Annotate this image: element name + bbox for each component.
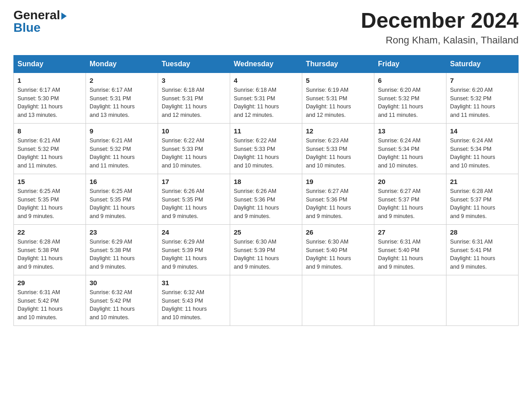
calendar-cell [374, 275, 446, 325]
day-info: Sunrise: 6:32 AMSunset: 5:42 PMDaylight:… [90, 288, 154, 322]
logo-general: General [13, 9, 67, 21]
calendar-cell: 30Sunrise: 6:32 AMSunset: 5:42 PMDayligh… [86, 275, 158, 325]
logo: General [13, 9, 67, 21]
calendar-cell: 2Sunrise: 6:17 AMSunset: 5:31 PMDaylight… [86, 73, 158, 123]
day-info: Sunrise: 6:25 AMSunset: 5:35 PMDaylight:… [90, 187, 154, 221]
day-info: Sunrise: 6:27 AMSunset: 5:36 PMDaylight:… [306, 187, 370, 221]
day-info: Sunrise: 6:29 AMSunset: 5:39 PMDaylight:… [162, 238, 226, 271]
day-number: 29 [17, 279, 82, 287]
calendar-cell: 10Sunrise: 6:22 AMSunset: 5:33 PMDayligh… [158, 123, 230, 174]
day-number: 19 [306, 178, 370, 185]
header-tuesday: Tuesday [158, 55, 230, 73]
calendar-cell: 27Sunrise: 6:31 AMSunset: 5:40 PMDayligh… [374, 224, 446, 275]
day-number: 31 [162, 279, 226, 287]
day-number: 7 [450, 77, 515, 84]
day-number: 25 [234, 228, 298, 236]
day-info: Sunrise: 6:32 AMSunset: 5:43 PMDaylight:… [162, 288, 226, 322]
day-number: 20 [378, 178, 442, 185]
calendar-cell: 29Sunrise: 6:31 AMSunset: 5:42 PMDayligh… [14, 275, 86, 325]
day-info: Sunrise: 6:27 AMSunset: 5:37 PMDaylight:… [378, 187, 442, 221]
header-thursday: Thursday [302, 55, 374, 73]
day-number: 28 [450, 228, 515, 236]
week-row-1: 1Sunrise: 6:17 AMSunset: 5:30 PMDaylight… [14, 73, 519, 123]
week-row-4: 22Sunrise: 6:28 AMSunset: 5:38 PMDayligh… [14, 224, 519, 275]
calendar-cell: 4Sunrise: 6:18 AMSunset: 5:31 PMDaylight… [230, 73, 302, 123]
day-info: Sunrise: 6:31 AMSunset: 5:40 PMDaylight:… [378, 238, 442, 271]
week-row-5: 29Sunrise: 6:31 AMSunset: 5:42 PMDayligh… [14, 275, 519, 325]
day-number: 12 [306, 127, 370, 135]
logo-blue: Blue [13, 21, 41, 34]
calendar-table: SundayMondayTuesdayWednesdayThursdayFrid… [13, 55, 519, 326]
day-number: 9 [90, 127, 154, 135]
day-info: Sunrise: 6:31 AMSunset: 5:41 PMDaylight:… [450, 238, 515, 271]
page-header: General Blue December 2024 Rong Kham, Ka… [13, 9, 519, 46]
header-wednesday: Wednesday [230, 55, 302, 73]
day-number: 18 [234, 178, 298, 185]
day-number: 15 [17, 178, 82, 185]
header-row: SundayMondayTuesdayWednesdayThursdayFrid… [14, 55, 519, 73]
calendar-cell: 24Sunrise: 6:29 AMSunset: 5:39 PMDayligh… [158, 224, 230, 275]
calendar-cell [230, 275, 302, 325]
day-info: Sunrise: 6:20 AMSunset: 5:32 PMDaylight:… [378, 86, 442, 120]
calendar-cell: 21Sunrise: 6:28 AMSunset: 5:37 PMDayligh… [446, 174, 519, 224]
calendar-header: SundayMondayTuesdayWednesdayThursdayFrid… [14, 55, 519, 73]
location-subtitle: Rong Kham, Kalasin, Thailand [361, 34, 519, 46]
calendar-cell: 12Sunrise: 6:23 AMSunset: 5:33 PMDayligh… [302, 123, 374, 174]
day-info: Sunrise: 6:26 AMSunset: 5:36 PMDaylight:… [234, 187, 298, 221]
calendar-cell: 22Sunrise: 6:28 AMSunset: 5:38 PMDayligh… [14, 224, 86, 275]
calendar-cell: 14Sunrise: 6:24 AMSunset: 5:34 PMDayligh… [446, 123, 519, 174]
day-number: 24 [162, 228, 226, 236]
week-row-3: 15Sunrise: 6:25 AMSunset: 5:35 PMDayligh… [14, 174, 519, 224]
week-row-2: 8Sunrise: 6:21 AMSunset: 5:32 PMDaylight… [14, 123, 519, 174]
day-info: Sunrise: 6:17 AMSunset: 5:30 PMDaylight:… [17, 86, 82, 120]
title-area: December 2024 Rong Kham, Kalasin, Thaila… [361, 9, 519, 46]
day-info: Sunrise: 6:19 AMSunset: 5:31 PMDaylight:… [306, 86, 370, 120]
day-info: Sunrise: 6:22 AMSunset: 5:33 PMDaylight:… [162, 137, 226, 170]
calendar-cell: 19Sunrise: 6:27 AMSunset: 5:36 PMDayligh… [302, 174, 374, 224]
calendar-cell: 31Sunrise: 6:32 AMSunset: 5:43 PMDayligh… [158, 275, 230, 325]
day-info: Sunrise: 6:24 AMSunset: 5:34 PMDaylight:… [378, 137, 442, 170]
day-number: 3 [162, 77, 226, 84]
day-info: Sunrise: 6:17 AMSunset: 5:31 PMDaylight:… [90, 86, 154, 120]
day-number: 4 [234, 77, 298, 84]
month-year-title: December 2024 [361, 9, 519, 33]
calendar-cell: 11Sunrise: 6:22 AMSunset: 5:33 PMDayligh… [230, 123, 302, 174]
day-number: 2 [90, 77, 154, 84]
day-number: 30 [90, 279, 154, 287]
calendar-cell: 28Sunrise: 6:31 AMSunset: 5:41 PMDayligh… [446, 224, 519, 275]
calendar-cell: 6Sunrise: 6:20 AMSunset: 5:32 PMDaylight… [374, 73, 446, 123]
day-info: Sunrise: 6:31 AMSunset: 5:42 PMDaylight:… [17, 288, 82, 322]
day-number: 23 [90, 228, 154, 236]
header-saturday: Saturday [446, 55, 519, 73]
day-number: 6 [378, 77, 442, 84]
day-number: 16 [90, 178, 154, 185]
calendar-cell: 7Sunrise: 6:20 AMSunset: 5:32 PMDaylight… [446, 73, 519, 123]
calendar-cell: 1Sunrise: 6:17 AMSunset: 5:30 PMDaylight… [14, 73, 86, 123]
calendar-cell: 20Sunrise: 6:27 AMSunset: 5:37 PMDayligh… [374, 174, 446, 224]
day-info: Sunrise: 6:25 AMSunset: 5:35 PMDaylight:… [17, 187, 82, 221]
calendar-cell: 23Sunrise: 6:29 AMSunset: 5:38 PMDayligh… [86, 224, 158, 275]
logo-arrow-icon [61, 13, 67, 20]
calendar-cell: 18Sunrise: 6:26 AMSunset: 5:36 PMDayligh… [230, 174, 302, 224]
day-number: 26 [306, 228, 370, 236]
day-number: 13 [378, 127, 442, 135]
day-info: Sunrise: 6:24 AMSunset: 5:34 PMDaylight:… [450, 137, 515, 170]
day-number: 27 [378, 228, 442, 236]
day-info: Sunrise: 6:30 AMSunset: 5:40 PMDaylight:… [306, 238, 370, 271]
day-number: 1 [17, 77, 82, 84]
day-info: Sunrise: 6:26 AMSunset: 5:35 PMDaylight:… [162, 187, 226, 221]
day-info: Sunrise: 6:21 AMSunset: 5:32 PMDaylight:… [17, 137, 82, 170]
day-info: Sunrise: 6:18 AMSunset: 5:31 PMDaylight:… [234, 86, 298, 120]
day-number: 21 [450, 178, 515, 185]
calendar-body: 1Sunrise: 6:17 AMSunset: 5:30 PMDaylight… [14, 73, 519, 325]
calendar-cell [446, 275, 519, 325]
day-number: 11 [234, 127, 298, 135]
day-info: Sunrise: 6:21 AMSunset: 5:32 PMDaylight:… [90, 137, 154, 170]
day-info: Sunrise: 6:18 AMSunset: 5:31 PMDaylight:… [162, 86, 226, 120]
calendar-cell: 15Sunrise: 6:25 AMSunset: 5:35 PMDayligh… [14, 174, 86, 224]
day-number: 10 [162, 127, 226, 135]
logo-area: General Blue [13, 9, 67, 34]
calendar-cell: 16Sunrise: 6:25 AMSunset: 5:35 PMDayligh… [86, 174, 158, 224]
day-info: Sunrise: 6:22 AMSunset: 5:33 PMDaylight:… [234, 137, 298, 170]
day-info: Sunrise: 6:23 AMSunset: 5:33 PMDaylight:… [306, 137, 370, 170]
